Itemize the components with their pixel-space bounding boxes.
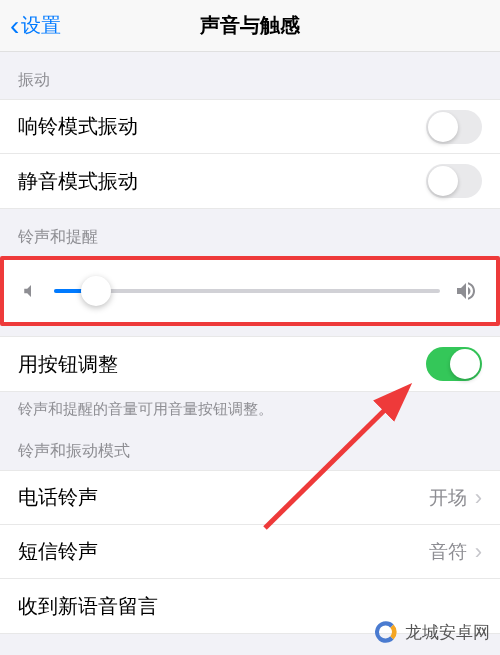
switch-button-adjust[interactable]: [426, 347, 482, 381]
group-patterns: 电话铃声 开场 › 短信铃声 音符 › 收到新语音留言: [0, 470, 500, 634]
switch-ring-vibrate[interactable]: [426, 110, 482, 144]
watermark-text: 龙城安卓网: [405, 621, 490, 644]
switch-knob: [450, 349, 480, 379]
row-label: 用按钮调整: [18, 351, 118, 378]
back-label: 设置: [21, 12, 61, 39]
row-label: 短信铃声: [18, 538, 98, 565]
row-value-wrap: 音符 ›: [429, 539, 482, 565]
row-label: 收到新语音留言: [18, 593, 158, 620]
chevron-right-icon: ›: [475, 485, 482, 511]
row-volume-slider: [0, 256, 500, 326]
watermark-logo-icon: [373, 619, 399, 645]
chevron-left-icon: ‹: [10, 12, 19, 40]
section-header-patterns: 铃声和振动模式: [0, 423, 500, 470]
section-header-vibration: 振动: [0, 52, 500, 99]
group-button-adjust: 用按钮调整: [0, 336, 500, 392]
row-button-adjust[interactable]: 用按钮调整: [0, 337, 500, 391]
row-label: 电话铃声: [18, 484, 98, 511]
switch-silent-vibrate[interactable]: [426, 164, 482, 198]
switch-knob: [428, 166, 458, 196]
page-title: 声音与触感: [200, 12, 300, 39]
group-vibration: 响铃模式振动 静音模式振动: [0, 99, 500, 209]
row-ring-vibrate[interactable]: 响铃模式振动: [0, 100, 500, 154]
chevron-right-icon: ›: [475, 539, 482, 565]
switch-knob: [428, 112, 458, 142]
volume-slider[interactable]: [54, 289, 440, 293]
row-value-wrap: 开场 ›: [429, 485, 482, 511]
row-label: 静音模式振动: [18, 168, 138, 195]
section-header-ringer: 铃声和提醒: [0, 209, 500, 256]
speaker-low-icon: [22, 282, 40, 300]
row-value: 音符: [429, 539, 467, 565]
row-value: 开场: [429, 485, 467, 511]
back-button[interactable]: ‹ 设置: [0, 12, 61, 40]
row-label: 响铃模式振动: [18, 113, 138, 140]
row-silent-vibrate[interactable]: 静音模式振动: [0, 154, 500, 208]
row-ringtone[interactable]: 电话铃声 开场 ›: [0, 471, 500, 525]
speaker-high-icon: [454, 279, 478, 303]
watermark: 龙城安卓网: [373, 619, 490, 645]
nav-header: ‹ 设置 声音与触感: [0, 0, 500, 52]
section-footer-ringer: 铃声和提醒的音量可用音量按钮调整。: [0, 392, 500, 423]
row-texttone[interactable]: 短信铃声 音符 ›: [0, 525, 500, 579]
slider-thumb[interactable]: [81, 276, 111, 306]
